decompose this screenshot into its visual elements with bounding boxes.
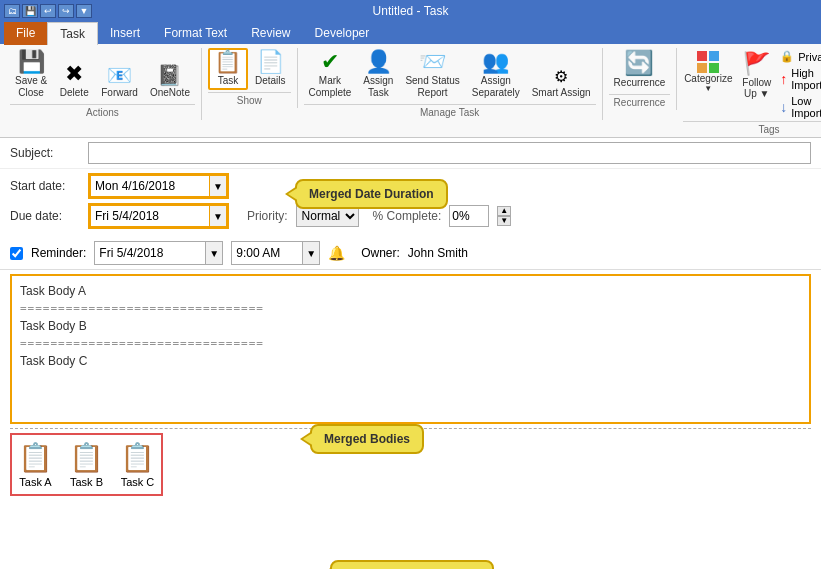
details-button[interactable]: 📄 Details xyxy=(250,48,291,90)
forward-button[interactable]: 📧 Forward xyxy=(96,62,143,102)
recurrence-group-label: Recurrence xyxy=(609,94,671,108)
smart-assign-button[interactable]: ⚙ Smart Assign xyxy=(527,66,596,102)
low-importance-button[interactable]: ↓ Low Importance xyxy=(780,95,821,119)
assign-task-icon: 👤 xyxy=(365,51,392,73)
complete-up[interactable]: ▲ xyxy=(497,206,511,216)
app-icon: 🗂 xyxy=(4,4,20,18)
tab-file[interactable]: File xyxy=(4,22,47,45)
callout-bodies-arrow-inner xyxy=(303,432,314,446)
attachment-task-a[interactable]: 📋 Task A xyxy=(18,441,53,488)
reminder-time-dropdown[interactable]: ▼ xyxy=(302,242,319,264)
followup-icon: 🚩 xyxy=(743,51,770,77)
attachments-area: 📋 Task A 📋 Task B 📋 Task C xyxy=(10,433,163,496)
attachment-task-b[interactable]: 📋 Task B xyxy=(69,441,104,488)
private-button[interactable]: 🔒 Private xyxy=(780,50,821,63)
tags-group-label: Tags xyxy=(683,121,821,135)
due-date-dropdown[interactable]: ▼ xyxy=(210,205,227,227)
task-b-icon: 📋 xyxy=(69,441,104,474)
tab-format-text[interactable]: Format Text xyxy=(152,22,239,44)
assign-separately-label: AssignSeparately xyxy=(472,75,520,99)
task-body-area[interactable]: Task Body A ============================… xyxy=(10,274,811,424)
window-title: Untitled - Task xyxy=(373,4,449,18)
owner-label: Owner: xyxy=(361,246,400,260)
priority-label: Priority: xyxy=(247,209,288,223)
high-importance-label: High Importance xyxy=(791,67,821,91)
subject-input[interactable] xyxy=(88,142,811,164)
high-importance-icon: ↑ xyxy=(780,71,787,87)
task-button[interactable]: 📋 Task xyxy=(208,48,248,90)
task-a-label: Task A xyxy=(19,476,51,488)
due-date-input[interactable] xyxy=(90,205,210,227)
customize-icon[interactable]: ▼ xyxy=(76,4,92,18)
show-group-label: Show xyxy=(208,92,291,106)
mark-complete-icon: ✔ xyxy=(321,51,339,73)
complete-label: % Complete: xyxy=(373,209,442,223)
reminder-row: Reminder: ▼ ▼ 🔔 Owner: John Smith xyxy=(0,237,821,270)
task-a-icon: 📋 xyxy=(18,441,53,474)
save-close-icon: 💾 xyxy=(18,51,45,73)
redo-icon[interactable]: ↪ xyxy=(58,4,74,18)
tab-insert[interactable]: Insert xyxy=(98,22,152,44)
followup-button[interactable]: 🚩 Follow Up ▼ xyxy=(737,48,776,102)
reminder-time-wrap: ▼ xyxy=(231,241,320,265)
tab-task[interactable]: Task xyxy=(47,22,98,45)
body-separator-1: ================================ xyxy=(20,302,801,315)
details-label: Details xyxy=(255,75,286,87)
reminder-date-input[interactable] xyxy=(95,242,205,264)
start-date-input[interactable] xyxy=(90,175,210,197)
subject-label: Subject: xyxy=(10,146,80,160)
delete-button[interactable]: ✖ Delete xyxy=(54,60,94,102)
onenote-button[interactable]: 📓 OneNote xyxy=(145,62,195,102)
forward-icon: 📧 xyxy=(107,65,132,85)
recurrence-button[interactable]: 🔄 Recurrence xyxy=(609,48,671,92)
details-icon: 📄 xyxy=(257,51,284,73)
callout-arrow-inner xyxy=(288,187,299,201)
ribbon-group-actions: 💾 Save &Close ✖ Delete 📧 Forward 📓 OneNo… xyxy=(4,48,202,120)
title-bar-icons: 🗂 💾 ↩ ↪ ▼ xyxy=(4,4,92,18)
tab-developer[interactable]: Developer xyxy=(303,22,382,44)
save-icon-small[interactable]: 💾 xyxy=(22,4,38,18)
tab-review[interactable]: Review xyxy=(239,22,302,44)
due-date-label: Due date: xyxy=(10,209,80,223)
manage-task-buttons: ✔ MarkComplete 👤 AssignTask 📨 Send Statu… xyxy=(304,48,596,102)
task-icon: 📋 xyxy=(214,51,241,73)
complete-input[interactable] xyxy=(449,205,489,227)
complete-spinner[interactable]: ▲ ▼ xyxy=(497,206,511,226)
delete-icon: ✖ xyxy=(65,63,83,85)
bell-icon: 🔔 xyxy=(328,245,345,261)
body-text-c: Task Body C xyxy=(20,354,801,368)
main-content: Start date: ▼ Due date: ▼ Priority: Norm… xyxy=(0,169,821,569)
mark-complete-button[interactable]: ✔ MarkComplete xyxy=(304,48,357,102)
reminder-checkbox[interactable] xyxy=(10,247,23,260)
recurrence-label: Recurrence xyxy=(614,77,666,89)
ribbon-group-recurrence: 🔄 Recurrence Recurrence xyxy=(603,48,678,110)
manage-task-group-label: Manage Task xyxy=(304,104,596,118)
categorize-dropdown: ▼ xyxy=(704,84,712,93)
reminder-time-input[interactable] xyxy=(232,242,302,264)
save-close-button[interactable]: 💾 Save &Close xyxy=(10,48,52,102)
smart-assign-icon: ⚙ xyxy=(554,69,568,85)
categorize-label: Categorize xyxy=(684,73,732,84)
start-date-wrap: ▼ xyxy=(88,173,229,199)
assign-task-button[interactable]: 👤 AssignTask xyxy=(358,48,398,102)
low-importance-label: Low Importance xyxy=(791,95,821,119)
onenote-icon: 📓 xyxy=(157,65,182,85)
ribbon-group-manage-task: ✔ MarkComplete 👤 AssignTask 📨 Send Statu… xyxy=(298,48,603,120)
task-c-icon: 📋 xyxy=(120,441,155,474)
followup-label: Follow xyxy=(742,77,771,88)
assign-separately-button[interactable]: 👥 AssignSeparately xyxy=(467,48,525,102)
undo-icon[interactable]: ↩ xyxy=(40,4,56,18)
attachment-task-c[interactable]: 📋 Task C xyxy=(120,441,155,488)
complete-down[interactable]: ▼ xyxy=(497,216,511,226)
start-date-dropdown[interactable]: ▼ xyxy=(210,175,227,197)
body-text-b: Task Body B xyxy=(20,319,801,333)
task-b-label: Task B xyxy=(70,476,103,488)
low-importance-icon: ↓ xyxy=(780,99,787,115)
send-status-report-button[interactable]: 📨 Send StatusReport xyxy=(400,48,464,102)
high-importance-button[interactable]: ↑ High Importance xyxy=(780,67,821,91)
categorize-button[interactable]: Categorize ▼ xyxy=(683,48,733,96)
recurrence-icon: 🔄 xyxy=(624,51,654,75)
reminder-date-dropdown[interactable]: ▼ xyxy=(205,242,222,264)
callout-merged-date: Merged Date Duration xyxy=(295,179,448,209)
send-status-icon: 📨 xyxy=(419,51,446,73)
